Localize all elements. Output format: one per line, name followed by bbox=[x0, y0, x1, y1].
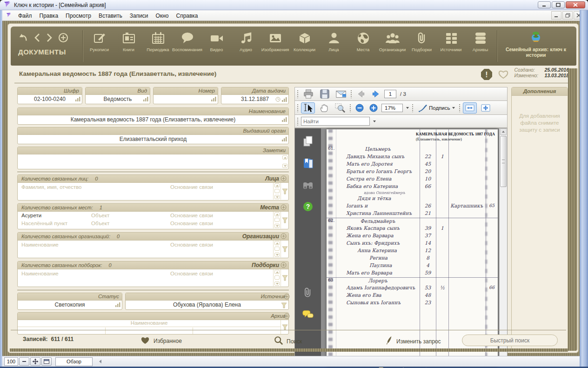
scroll-thumb[interactable] bbox=[500, 136, 507, 187]
cipher-value[interactable]: 02-100-0240 bbox=[34, 96, 66, 102]
toolbar-grip[interactable] bbox=[412, 104, 414, 112]
stats-icon[interactable] bbox=[115, 302, 120, 307]
add-source-icon[interactable] bbox=[284, 294, 290, 301]
zoom-value[interactable]: 100 bbox=[4, 357, 18, 366]
toolbar-item-organizations[interactable]: Организации bbox=[378, 27, 407, 66]
toolbar-item-books[interactable]: Книги bbox=[114, 27, 143, 66]
nav-back-icon[interactable] bbox=[18, 33, 28, 43]
help-icon[interactable]: ? bbox=[302, 201, 314, 214]
toolbar-item-audio[interactable]: Аудио bbox=[231, 27, 261, 66]
name-value[interactable]: Камеральная ведомость 1887 года (Елизаве… bbox=[71, 116, 236, 123]
toolbar-item-video[interactable]: Видео bbox=[202, 27, 231, 66]
toolbar-grip[interactable] bbox=[297, 104, 299, 112]
toolbar-item-collections[interactable]: Коллекции bbox=[290, 27, 319, 66]
toolbar-grip[interactable] bbox=[297, 90, 299, 98]
toolbar-item-manuscripts[interactable]: Рукописи bbox=[85, 27, 114, 66]
toolbar-item-persons[interactable]: Лица bbox=[319, 27, 348, 66]
add-place-icon[interactable] bbox=[281, 204, 287, 211]
fit-page-button[interactable] bbox=[479, 102, 493, 114]
scroll-down-icon[interactable] bbox=[274, 253, 280, 257]
hand-tool-button[interactable] bbox=[317, 102, 331, 114]
scroll-up-icon[interactable] bbox=[274, 212, 280, 216]
issue-date-value[interactable]: 31.12.1887 bbox=[241, 96, 269, 102]
nav-prev-icon[interactable] bbox=[34, 33, 40, 42]
menu-item[interactable]: Вставить bbox=[95, 11, 126, 20]
page-number-input[interactable]: 1 bbox=[384, 90, 396, 98]
zoom-level-input[interactable]: 17% bbox=[381, 104, 403, 112]
source-filter-icon[interactable] bbox=[281, 302, 287, 308]
scroll-left-icon[interactable] bbox=[99, 360, 101, 363]
zoom-out-button[interactable] bbox=[354, 102, 366, 114]
menu-item[interactable]: Просмотр bbox=[62, 11, 95, 20]
places-scrollbar[interactable] bbox=[273, 212, 281, 228]
persons-filter-icon[interactable] bbox=[281, 183, 288, 200]
select-tool-button[interactable] bbox=[301, 102, 315, 114]
add-organization-icon[interactable] bbox=[281, 233, 287, 240]
issuer-value[interactable]: Елизаветтальский приход bbox=[120, 136, 187, 142]
edit-query-button[interactable]: Изменить запрос bbox=[386, 336, 441, 347]
stats-icon[interactable] bbox=[75, 97, 80, 101]
kind-value[interactable]: Ведомость bbox=[104, 96, 132, 102]
collections-scrollbar[interactable] bbox=[273, 269, 281, 286]
bookmarks-panel-icon[interactable] bbox=[302, 157, 314, 171]
favorite-heart-icon[interactable] bbox=[497, 69, 509, 81]
menu-item[interactable]: Окно bbox=[152, 11, 173, 20]
place-row[interactable]: Асурети Объект Основание связи bbox=[21, 213, 272, 220]
toolbar-grip[interactable] bbox=[350, 90, 353, 98]
layout-button[interactable] bbox=[41, 357, 52, 366]
child-restore-button[interactable] bbox=[562, 11, 573, 20]
places-filter-icon[interactable] bbox=[281, 212, 288, 228]
place-row[interactable]: Населённый пункт Объект Основание связи bbox=[21, 221, 272, 228]
toolbar-grip[interactable] bbox=[349, 104, 352, 112]
quick-search-input[interactable] bbox=[462, 335, 558, 346]
toolbar-item-periodicals[interactable]: Периодика bbox=[143, 27, 173, 66]
add-collection-icon[interactable] bbox=[281, 262, 287, 269]
zoom-out-button[interactable] bbox=[19, 357, 29, 366]
scroll-up-icon[interactable] bbox=[274, 183, 280, 187]
scroll-up-icon[interactable] bbox=[274, 241, 280, 245]
favorites-button[interactable]: Избранное bbox=[140, 336, 182, 346]
attachments-panel-icon[interactable] bbox=[302, 287, 314, 301]
toolbar-item-places[interactable]: Места bbox=[348, 27, 378, 66]
scroll-down-icon[interactable] bbox=[274, 224, 280, 228]
previous-page-button[interactable] bbox=[354, 88, 368, 100]
toolbar-item-memories[interactable]: Воспоминания bbox=[173, 27, 202, 66]
toolbar-item-selections[interactable]: Подборки bbox=[407, 27, 436, 66]
email-button[interactable] bbox=[334, 88, 348, 100]
sign-button[interactable]: Подпись bbox=[416, 102, 457, 114]
add-record-icon[interactable] bbox=[58, 33, 68, 43]
scroll-down-icon[interactable] bbox=[274, 281, 280, 286]
zoom-in-button[interactable] bbox=[368, 102, 380, 114]
scroll-up-icon[interactable] bbox=[274, 270, 280, 274]
search-panel-icon[interactable] bbox=[302, 180, 314, 193]
zoom-tool-button[interactable] bbox=[333, 102, 347, 114]
persons-scrollbar[interactable] bbox=[273, 183, 281, 200]
close-button[interactable] bbox=[566, 1, 585, 8]
orgs-scrollbar[interactable] bbox=[273, 241, 281, 257]
status-value[interactable]: Светокопия bbox=[55, 301, 85, 308]
scroll-down-icon[interactable] bbox=[274, 195, 280, 199]
scroll-up-icon[interactable] bbox=[282, 155, 287, 160]
add-archive-icon[interactable] bbox=[284, 313, 290, 320]
search-button[interactable]: Поиск bbox=[274, 336, 302, 347]
scroll-down-icon[interactable] bbox=[282, 164, 287, 168]
pan-button[interactable] bbox=[30, 357, 40, 366]
zoom-dropdown-icon[interactable] bbox=[405, 104, 410, 112]
collections-filter-icon[interactable] bbox=[281, 269, 288, 286]
pages-panel-icon[interactable] bbox=[302, 135, 314, 149]
find-input[interactable] bbox=[301, 117, 370, 126]
print-button[interactable] bbox=[301, 88, 316, 100]
scroll-thumb[interactable] bbox=[274, 218, 280, 222]
stats-icon[interactable] bbox=[282, 97, 287, 103]
scroll-thumb[interactable] bbox=[274, 189, 280, 193]
fit-width-button[interactable] bbox=[463, 102, 477, 114]
stats-icon[interactable] bbox=[282, 137, 287, 141]
stats-icon[interactable] bbox=[282, 117, 287, 122]
clock-icon[interactable] bbox=[275, 97, 281, 103]
menu-item[interactable]: Справка bbox=[172, 11, 201, 20]
save-button[interactable] bbox=[318, 88, 332, 100]
source-value[interactable]: Обухова (Яралова) Елена bbox=[173, 301, 241, 308]
next-page-button[interactable] bbox=[369, 88, 382, 100]
child-minimize-button[interactable] bbox=[551, 11, 561, 20]
toolbar-grip[interactable] bbox=[459, 104, 461, 112]
